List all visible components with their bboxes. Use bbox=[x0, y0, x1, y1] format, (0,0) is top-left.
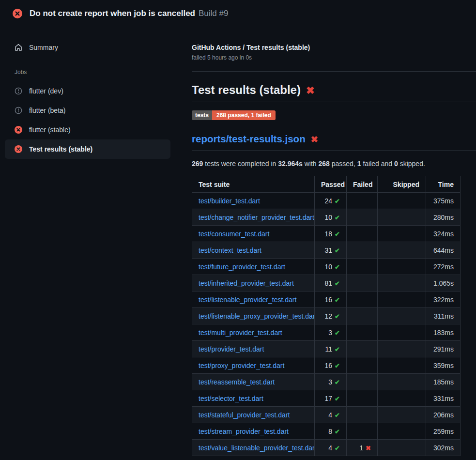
section-title: Test results (stable)✖ bbox=[192, 83, 476, 102]
summary-segment: skipped. bbox=[398, 160, 425, 168]
sidebar-item-flutter-stable[interactable]: flutter (stable) bbox=[5, 120, 170, 139]
test-suite-link[interactable]: test/listenable_provider_test.dart bbox=[199, 296, 296, 304]
table-row: test/proxy_provider_test.dart16✔359ms bbox=[192, 357, 461, 374]
sidebar-item-label: Test results (stable) bbox=[29, 145, 92, 153]
home-icon bbox=[15, 44, 22, 51]
summary-segment: passed, bbox=[330, 160, 357, 168]
test-suite-link[interactable]: test/inherited_provider_test.dart bbox=[199, 279, 294, 287]
test-suite-link[interactable]: test/listenable_proxy_provider_test.dart bbox=[199, 312, 315, 320]
test-suite-cell: test/value_listenable_provider_test.dart bbox=[192, 440, 315, 456]
passed-cell: 11✔ bbox=[315, 341, 347, 357]
test-suite-link[interactable]: test/proxy_provider_test.dart bbox=[199, 362, 284, 369]
breadcrumb: GitHub Actions / Test results (stable) bbox=[192, 44, 476, 51]
sidebar-item-test-results-stable[interactable]: Test results (stable) bbox=[5, 139, 170, 159]
check-icon: ✔ bbox=[335, 362, 340, 369]
check-icon: ✔ bbox=[335, 379, 340, 386]
test-suite-cell: test/listenable_provider_test.dart bbox=[192, 291, 315, 308]
check-icon: ✔ bbox=[335, 263, 340, 271]
test-suite-link[interactable]: test/future_provider_test.dart bbox=[199, 263, 285, 271]
test-results-table: Test suite Passed Failed Skipped Time te… bbox=[192, 176, 461, 456]
test-suite-cell: test/inherited_provider_test.dart bbox=[192, 275, 315, 291]
passed-count: 17 bbox=[325, 395, 333, 402]
skipped-cell bbox=[378, 291, 426, 308]
passed-count: 81 bbox=[325, 279, 333, 287]
passed-cell: 4✔ bbox=[315, 407, 347, 423]
check-icon: ✔ bbox=[335, 280, 340, 287]
test-suite-link[interactable]: test/provider_test.dart bbox=[199, 345, 264, 353]
test-suite-link[interactable]: test/multi_provider_test.dart bbox=[199, 329, 282, 337]
passed-count: 10 bbox=[325, 263, 333, 271]
table-row: test/reassemble_test.dart3✔185ms bbox=[192, 374, 461, 390]
passed-count: 3 bbox=[328, 378, 332, 386]
sidebar-item-label: Summary bbox=[29, 44, 58, 51]
failed-x-icon: ✖ bbox=[306, 85, 315, 96]
col-header-test-suite: Test suite bbox=[192, 176, 315, 193]
test-suite-link[interactable]: test/selector_test.dart bbox=[199, 395, 263, 402]
skipped-cell bbox=[378, 308, 426, 324]
test-suite-link[interactable]: test/consumer_test.dart bbox=[199, 230, 269, 238]
passed-count: 16 bbox=[325, 296, 333, 304]
time-cell: 322ms bbox=[426, 291, 461, 308]
check-icon: ✔ bbox=[335, 230, 340, 238]
cancelled-status-icon bbox=[15, 107, 22, 114]
test-suite-link[interactable]: test/reassemble_test.dart bbox=[199, 378, 275, 386]
summary-segment: 268 bbox=[319, 160, 330, 168]
skipped-cell bbox=[378, 275, 426, 291]
failed-cell bbox=[347, 308, 378, 324]
failed-cell bbox=[347, 291, 378, 308]
skipped-cell bbox=[378, 259, 426, 275]
test-suite-cell: test/listenable_proxy_provider_test.dart bbox=[192, 308, 315, 324]
summary-segment: 1 bbox=[357, 160, 361, 168]
check-icon: ✔ bbox=[335, 445, 340, 452]
sidebar-item-flutter-beta[interactable]: flutter (beta) bbox=[5, 101, 170, 120]
check-icon: ✔ bbox=[335, 395, 340, 402]
failed-cell bbox=[347, 193, 378, 209]
main-content: GitHub Actions / Test results (stable) f… bbox=[184, 27, 476, 456]
col-header-failed: Failed bbox=[347, 176, 378, 193]
report-file-link[interactable]: reports/test-results.json bbox=[192, 133, 306, 144]
test-suite-link[interactable]: test/context_test.dart bbox=[199, 246, 261, 254]
time-cell: 272ms bbox=[426, 259, 461, 275]
passed-cell: 81✔ bbox=[315, 275, 347, 291]
divider bbox=[192, 71, 476, 72]
sidebar-item-summary[interactable]: Summary bbox=[5, 38, 170, 57]
test-suite-cell: test/multi_provider_test.dart bbox=[192, 324, 315, 341]
passed-cell: 31✔ bbox=[315, 242, 347, 259]
failed-cell bbox=[347, 242, 378, 259]
col-header-time: Time bbox=[426, 176, 461, 193]
passed-cell: 10✔ bbox=[315, 209, 347, 226]
skipped-cell bbox=[378, 242, 426, 259]
col-header-passed: Passed bbox=[315, 176, 347, 193]
failed-cell bbox=[347, 259, 378, 275]
passed-cell: 4✔ bbox=[315, 440, 347, 456]
skipped-cell bbox=[378, 357, 426, 374]
test-suite-link[interactable]: test/value_listenable_provider_test.dart bbox=[199, 444, 315, 452]
tests-badge: tests 268 passed, 1 failed bbox=[192, 110, 276, 120]
test-suite-link[interactable]: test/builder_test.dart bbox=[199, 197, 260, 205]
table-row: test/listenable_provider_test.dart16✔322… bbox=[192, 291, 461, 308]
sidebar: Summary Jobs flutter (dev) flut bbox=[0, 27, 184, 159]
time-cell: 324ms bbox=[426, 226, 461, 242]
test-suite-cell: test/selector_test.dart bbox=[192, 390, 315, 407]
failed-status-icon bbox=[13, 9, 22, 18]
test-suite-link[interactable]: test/stateful_provider_test.dart bbox=[199, 411, 290, 419]
test-suite-cell: test/stream_provider_test.dart bbox=[192, 423, 315, 440]
failed-cell bbox=[347, 357, 378, 374]
failed-count: 1 bbox=[359, 444, 363, 452]
summary-sentence: 269 tests were completed in 32.964s with… bbox=[192, 160, 476, 168]
test-suite-link[interactable]: test/stream_provider_test.dart bbox=[199, 428, 289, 435]
summary-segment: with bbox=[303, 160, 319, 168]
skipped-cell bbox=[378, 324, 426, 341]
table-row: test/provider_test.dart11✔291ms bbox=[192, 341, 461, 357]
test-suite-link[interactable]: test/change_notifier_provider_test.dart bbox=[199, 214, 314, 221]
skipped-cell bbox=[378, 193, 426, 209]
time-cell: 291ms bbox=[426, 341, 461, 357]
table-row: test/stateful_provider_test.dart4✔206ms bbox=[192, 407, 461, 423]
table-row: test/multi_provider_test.dart3✔183ms bbox=[192, 324, 461, 341]
sidebar-item-flutter-dev[interactable]: flutter (dev) bbox=[5, 81, 170, 101]
test-suite-cell: test/future_provider_test.dart bbox=[192, 259, 315, 275]
skipped-cell bbox=[378, 226, 426, 242]
build-header: Do not create report when job is cancell… bbox=[0, 0, 476, 27]
test-suite-cell: test/change_notifier_provider_test.dart bbox=[192, 209, 315, 226]
passed-cell: 16✔ bbox=[315, 357, 347, 374]
